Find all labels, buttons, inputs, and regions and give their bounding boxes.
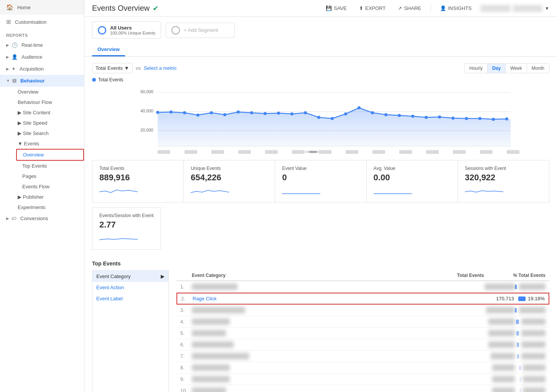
tab-overview[interactable]: Overview (92, 43, 125, 56)
chart-legend: Total Events (92, 77, 549, 82)
row-pct: hidden (515, 387, 545, 392)
bar-fill (515, 285, 517, 289)
row-num: 8. (180, 365, 192, 371)
main-content: Events Overview ✔ 💾 SAVE ⬆ EXPORT ↗ SHAR… (84, 0, 557, 392)
svg-point-10 (183, 111, 186, 114)
col-header-total: Total Events (446, 273, 484, 278)
tab-bar: Overview (84, 43, 557, 57)
nav-event-label[interactable]: Event Label (92, 293, 168, 304)
topbar: Events Overview ✔ 💾 SAVE ⬆ EXPORT ↗ SHAR… (84, 0, 557, 17)
row-num: 2. (181, 296, 193, 301)
week-button[interactable]: Week (506, 64, 527, 73)
sidebar-item-publisher[interactable]: ▶ Publisher (12, 192, 84, 202)
legend-label: Total Events (98, 77, 123, 82)
row-name-rage-click[interactable]: Rage Click (193, 296, 476, 301)
sidebar: 🏠 Home ⊞ Customisation REPORTS ▶ 🕐 Real-… (0, 0, 84, 392)
stat-label: Sessions with Event (465, 166, 542, 171)
col-header-num (180, 273, 192, 278)
row-num: 9. (180, 376, 192, 382)
col-header-pct: % Total Events (484, 273, 545, 278)
row-name: hidden (192, 353, 476, 359)
bar-fill (517, 354, 519, 359)
svg-point-12 (210, 111, 213, 114)
row-total: hidden (476, 319, 515, 324)
metric-select[interactable]: Total Events ▼ (92, 63, 133, 73)
share-button[interactable]: ↗ SHARE (395, 4, 424, 13)
top-events-title: Top Events (92, 260, 549, 267)
sidebar-item-behaviour-overview[interactable]: Overview (12, 87, 84, 97)
sidebar-item-pages[interactable]: Pages (16, 171, 84, 181)
clock-icon: 🕐 (12, 42, 18, 48)
svg-text:▓▓▓▓▓: ▓▓▓▓▓ (480, 150, 493, 154)
sidebar-item-experiments[interactable]: Experiments (12, 202, 84, 212)
line-chart: 60,000 40,000 20,000 (92, 85, 549, 154)
sidebar-item-customisation[interactable]: ⊞ Customisation (0, 15, 84, 29)
sidebar-item-conversions[interactable]: ▶ 🏷 Conversions (0, 212, 84, 224)
svg-point-22 (344, 112, 347, 115)
grid-icon: ⊞ (6, 18, 11, 25)
row-pct: hidden (515, 376, 545, 382)
bar-fill (518, 296, 526, 301)
sidebar-item-behaviour[interactable]: ▼ ⊟ Behaviour (0, 75, 84, 87)
svg-text:▓▓▓▓▓: ▓▓▓▓▓ (211, 150, 224, 154)
svg-text:▓▓▓▓▓: ▓▓▓▓▓ (372, 150, 385, 154)
sidebar-item-behaviour-flow[interactable]: Behaviour Flow (12, 97, 84, 107)
svg-rect-50 (309, 151, 317, 153)
dropdown-arrow-icon: ▼ (124, 65, 129, 71)
row-name: hidden (192, 284, 476, 290)
page-title-area: Events Overview ✔ (92, 4, 158, 13)
sidebar-item-site-speed[interactable]: ▶ Site Speed (12, 118, 84, 128)
svg-text:▓▓▓▓▓: ▓▓▓▓▓ (292, 150, 305, 154)
sidebar-item-events[interactable]: ▼ Events (12, 138, 84, 149)
dropdown-icon[interactable]: ▼ (545, 6, 549, 11)
svg-point-20 (317, 116, 320, 119)
user-stat-2: blurred (513, 5, 542, 12)
sidebar-item-label: Behaviour (20, 78, 45, 84)
stat-label: Unique Events (191, 166, 268, 171)
nav-event-category[interactable]: Event Category ▶ (92, 271, 168, 282)
table-row: 7. hidden hidden hidden (176, 351, 549, 362)
user-stats: blurred blurred ▼ (481, 5, 549, 12)
table-row: 3. hidden hidden hidden (176, 305, 549, 316)
segment-chip-add[interactable]: + Add Segment (166, 23, 235, 38)
sidebar-item-events-overview[interactable]: Overview (16, 149, 84, 161)
arrow-icon: ▶ (161, 273, 165, 279)
svg-text:▓▓▓▓▓: ▓▓▓▓▓ (238, 150, 251, 154)
table-row: 10. hidden hidden hidden (176, 385, 549, 392)
nav-event-action[interactable]: Event Action (92, 282, 168, 293)
save-label: SAVE (334, 5, 347, 11)
sidebar-item-site-search[interactable]: ▶ Site Search (12, 128, 84, 138)
insights-label: INSIGHTS (448, 5, 471, 11)
events-submenu: Overview Top Events Pages Events Flow (12, 149, 84, 192)
save-button[interactable]: 💾 SAVE (323, 4, 350, 13)
svg-point-24 (371, 111, 374, 114)
insights-button[interactable]: 👤 INSIGHTS (437, 4, 475, 13)
row-num: 4. (180, 319, 192, 324)
hourly-button[interactable]: Hourly (465, 64, 488, 73)
segment-chip-allusers[interactable]: All Users 100.00% Unique Events (92, 21, 161, 39)
month-button[interactable]: Month (527, 64, 549, 73)
sparkline-total-events (99, 184, 138, 196)
sidebar-item-home[interactable]: 🏠 Home (0, 0, 84, 15)
day-button[interactable]: Day (488, 64, 506, 73)
session-stat-label: Events/Session with Event (99, 213, 153, 218)
sidebar-item-acquisition[interactable]: ▶ ✦ Acquisition (0, 63, 84, 75)
sidebar-item-realtime[interactable]: ▶ 🕐 Real-time (0, 39, 84, 51)
sidebar-item-audience[interactable]: ▶ 👤 Audience (0, 51, 84, 63)
svg-point-26 (398, 114, 401, 117)
chart-controls: Total Events ▼ vs Select a metric Hourly… (92, 63, 549, 73)
svg-point-27 (411, 115, 414, 118)
table-row: 9. hidden hidden hidden (176, 374, 549, 385)
row-total: hidden (476, 365, 515, 371)
sidebar-item-top-events[interactable]: Top Events (16, 161, 84, 171)
bar-fill (516, 320, 519, 324)
row-name: hidden (192, 365, 476, 371)
sidebar-item-events-flow[interactable]: Events Flow (16, 181, 84, 192)
sidebar-item-site-content[interactable]: ▶ Site Content (12, 107, 84, 118)
top-events-table: Event Category Total Events % Total Even… (176, 270, 549, 392)
select-metric-link[interactable]: Select a metric (144, 65, 177, 71)
expand-arrow-icon: ▼ (6, 79, 10, 83)
sidebar-item-label: Home (17, 5, 31, 10)
behaviour-submenu: Overview Behaviour Flow ▶ Site Content ▶… (0, 87, 84, 212)
export-button[interactable]: ⬆ EXPORT (356, 4, 389, 13)
